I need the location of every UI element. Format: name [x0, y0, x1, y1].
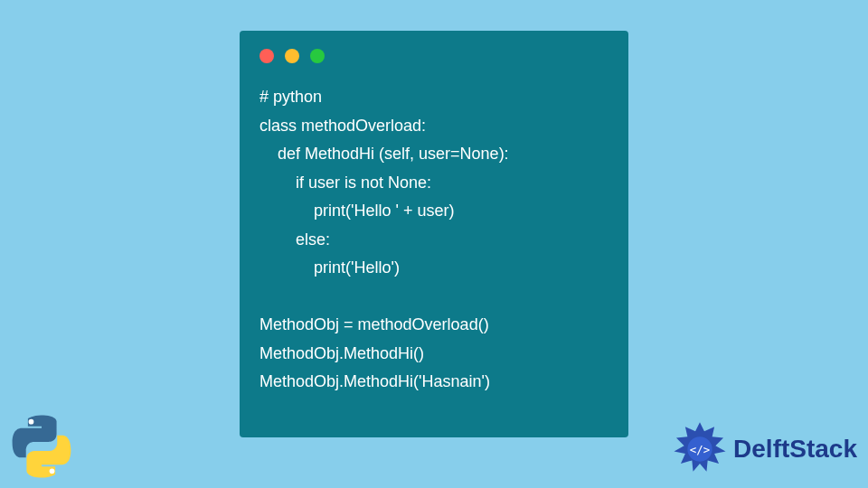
python-logo-icon — [9, 414, 74, 479]
minimize-icon — [285, 49, 299, 63]
code-content: # python class methodOverload: def Metho… — [259, 83, 609, 397]
delftstack-seal-icon: </> — [672, 421, 728, 477]
svg-text:</>: </> — [690, 443, 710, 456]
close-icon — [259, 49, 274, 63]
code-window: # python class methodOverload: def Metho… — [240, 31, 628, 437]
svg-point-1 — [50, 468, 55, 474]
svg-point-0 — [29, 419, 34, 425]
maximize-icon — [310, 49, 325, 63]
delftstack-label: DelftStack — [733, 435, 857, 464]
delftstack-branding: </> DelftStack — [672, 421, 857, 477]
window-controls — [259, 49, 609, 63]
